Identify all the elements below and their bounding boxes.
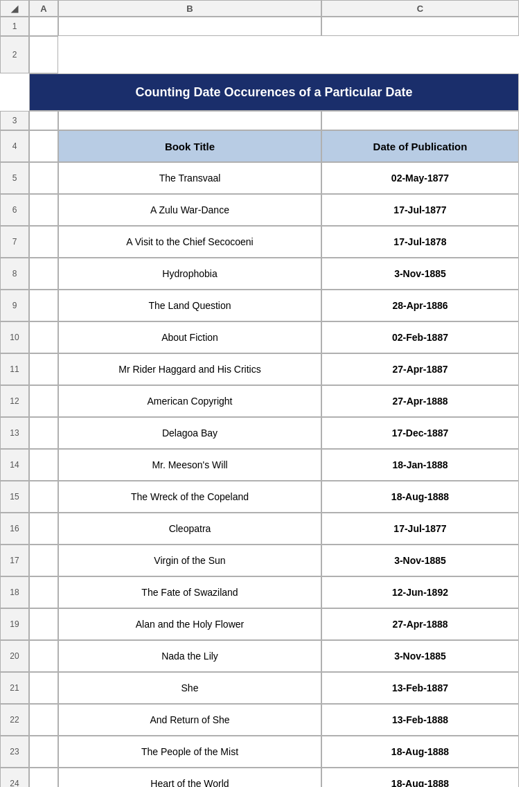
cell-c22: 13-Feb-1888 <box>321 704 519 736</box>
cell-a20 <box>29 640 58 672</box>
spreadsheet: ◢ A B C 1 2 Counting Date Occurences of … <box>0 0 532 787</box>
row-header-18: 18 <box>0 576 29 608</box>
cell-c15: 18-Aug-1888 <box>321 481 519 513</box>
cell-a2 <box>29 36 58 73</box>
cell-b3 <box>58 111 321 130</box>
row-header-20: 20 <box>0 640 29 672</box>
col-header-c: C <box>321 0 519 17</box>
cell-a5 <box>29 162 58 194</box>
cell-c11: 27-Apr-1887 <box>321 353 519 385</box>
cell-a12 <box>29 385 58 417</box>
cell-b5: The Transvaal <box>58 162 321 194</box>
cell-c12: 27-Apr-1888 <box>321 385 519 417</box>
cell-b1 <box>58 17 321 36</box>
cell-c17: 3-Nov-1885 <box>321 545 519 576</box>
cell-c19: 27-Apr-1888 <box>321 608 519 640</box>
cell-b8: Hydrophobia <box>58 258 321 290</box>
cell-c8: 3-Nov-1885 <box>321 258 519 290</box>
cell-c16: 17-Jul-1877 <box>321 513 519 545</box>
cell-c13: 17-Dec-1887 <box>321 417 519 449</box>
cell-a11 <box>29 353 58 385</box>
row-header-7: 7 <box>0 226 29 258</box>
cell-b21: She <box>58 672 321 704</box>
cell-a1 <box>29 17 58 36</box>
cell-a8 <box>29 258 58 290</box>
cell-a10 <box>29 321 58 353</box>
row-header-3: 3 <box>0 111 29 130</box>
cell-b19: Alan and the Holy Flower <box>58 608 321 640</box>
cell-a9 <box>29 290 58 321</box>
cell-b11: Mr Rider Haggard and His Critics <box>58 353 321 385</box>
row-header-11: 11 <box>0 353 29 385</box>
col-header-a: A <box>29 0 58 17</box>
cell-a14 <box>29 449 58 481</box>
cell-c21: 13-Feb-1887 <box>321 672 519 704</box>
cell-a15 <box>29 481 58 513</box>
main-title: Counting Date Occurences of a Particular… <box>29 73 519 111</box>
cell-a13 <box>29 417 58 449</box>
row-header-1: 1 <box>0 17 29 36</box>
row-header-2: 2 <box>0 36 29 73</box>
cell-b7: A Visit to the Chief Secocoeni <box>58 226 321 258</box>
cell-b23: The People of the Mist <box>58 736 321 768</box>
row-header-14: 14 <box>0 449 29 481</box>
col-header-b: B <box>58 0 321 17</box>
row-header-10: 10 <box>0 321 29 353</box>
row-header-13: 13 <box>0 417 29 449</box>
cell-b13: Delagoa Bay <box>58 417 321 449</box>
cell-c14: 18-Jan-1888 <box>321 449 519 481</box>
cell-a21 <box>29 672 58 704</box>
cell-a16 <box>29 513 58 545</box>
cell-b20: Nada the Lily <box>58 640 321 672</box>
cell-a7 <box>29 226 58 258</box>
row-header-6: 6 <box>0 194 29 226</box>
row-header-17: 17 <box>0 545 29 576</box>
cell-c10: 02-Feb-1887 <box>321 321 519 353</box>
cell-b16: Cleopatra <box>58 513 321 545</box>
cell-a18 <box>29 576 58 608</box>
cell-b14: Mr. Meeson's Will <box>58 449 321 481</box>
cell-c3 <box>321 111 519 130</box>
cell-c9: 28-Apr-1886 <box>321 290 519 321</box>
cell-b18: The Fate of Swaziland <box>58 576 321 608</box>
cell-a3 <box>29 111 58 130</box>
cell-a17 <box>29 545 58 576</box>
col-header-date: Date of Publication <box>321 130 519 162</box>
cell-a24 <box>29 768 58 787</box>
cell-c7: 17-Jul-1878 <box>321 226 519 258</box>
cell-c1 <box>321 17 519 36</box>
row-header-4: 4 <box>0 130 29 162</box>
row-header-8: 8 <box>0 258 29 290</box>
cell-c20: 3-Nov-1885 <box>321 640 519 672</box>
row-header-24: 24 <box>0 768 29 787</box>
cell-a4 <box>29 130 58 162</box>
cell-c18: 12-Jun-1892 <box>321 576 519 608</box>
cell-b17: Virgin of the Sun <box>58 545 321 576</box>
corner-header: ◢ <box>0 0 29 17</box>
cell-b22: And Return of She <box>58 704 321 736</box>
cell-a23 <box>29 736 58 768</box>
cell-c23: 18-Aug-1888 <box>321 736 519 768</box>
cell-a22 <box>29 704 58 736</box>
cell-a6 <box>29 194 58 226</box>
cell-b12: American Copyright <box>58 385 321 417</box>
cell-b9: The Land Question <box>58 290 321 321</box>
cell-c6: 17-Jul-1877 <box>321 194 519 226</box>
cell-b24: Heart of the World <box>58 768 321 787</box>
row-header-9: 9 <box>0 290 29 321</box>
row-header-16: 16 <box>0 513 29 545</box>
cell-c24: 18-Aug-1888 <box>321 768 519 787</box>
cell-c5: 02-May-1877 <box>321 162 519 194</box>
row-header-21: 21 <box>0 672 29 704</box>
row-header-22: 22 <box>0 704 29 736</box>
cell-a19 <box>29 608 58 640</box>
cell-b15: The Wreck of the Copeland <box>58 481 321 513</box>
cell-b6: A Zulu War-Dance <box>58 194 321 226</box>
row-header-23: 23 <box>0 736 29 768</box>
row-header-5: 5 <box>0 162 29 194</box>
grid: ◢ A B C 1 2 Counting Date Occurences of … <box>0 0 532 787</box>
row-header-15: 15 <box>0 481 29 513</box>
row-header-12: 12 <box>0 385 29 417</box>
col-header-book: Book Title <box>58 130 321 162</box>
row-header-19: 19 <box>0 608 29 640</box>
